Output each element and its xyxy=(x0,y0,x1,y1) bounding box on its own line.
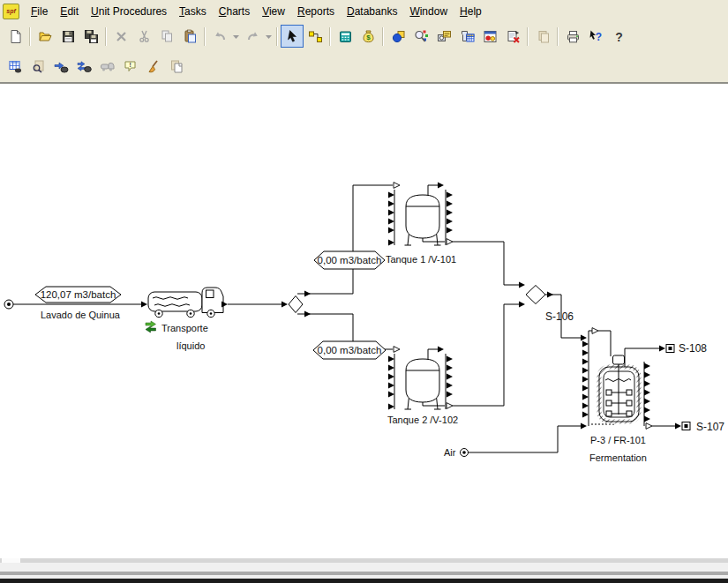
unit-procedure-data-button[interactable] xyxy=(432,25,455,48)
breakdown-button[interactable] xyxy=(387,25,409,48)
paste-button[interactable] xyxy=(178,25,201,48)
svg-text:0,00 m3/batch: 0,00 m3/batch xyxy=(318,345,382,355)
menu-window[interactable]: Window xyxy=(403,3,454,20)
two-arrows-vessel-icon xyxy=(77,59,92,74)
menu-charts[interactable]: Charts xyxy=(213,3,256,20)
stream-summary-table-button[interactable] xyxy=(4,55,26,78)
fermenter-operation-label: Fermentation xyxy=(589,452,647,463)
flowsheet-canvas[interactable]: 120,07 m3/batch 0,00 m3/batch 0,00 m3/ba… xyxy=(0,84,728,558)
copy-button[interactable] xyxy=(155,25,178,48)
svg-text:?: ? xyxy=(615,29,623,43)
toolbar-separator xyxy=(527,27,529,46)
menu-reports[interactable]: Reports xyxy=(291,3,341,20)
splitter-to-tank1-line[interactable] xyxy=(297,185,393,296)
s107-outlet-line[interactable] xyxy=(646,423,681,430)
splitter-icon[interactable] xyxy=(289,296,303,313)
undo-button[interactable] xyxy=(208,25,231,48)
tank2-stream-tag[interactable]: 0,00 m3/batch xyxy=(313,341,386,359)
find-object-button[interactable] xyxy=(409,25,432,48)
redo-dropdown-button[interactable] xyxy=(264,26,274,47)
s107-output-port[interactable] xyxy=(682,422,690,430)
feed-input-port[interactable] xyxy=(4,300,13,309)
new-document-button[interactable] xyxy=(4,25,26,48)
menu-bar: spf File Edit Unit Procedures Tasks Char… xyxy=(0,0,728,22)
s106-stream-label: S-106 xyxy=(545,310,574,323)
transport-truck-icon[interactable] xyxy=(148,288,223,318)
feed-stream-button[interactable] xyxy=(49,55,72,78)
context-help-button[interactable]: ? xyxy=(584,25,607,48)
s107-stream-label: S-107 xyxy=(696,421,724,433)
equipment-data-icon xyxy=(437,29,452,44)
transport-mode-icon xyxy=(146,321,156,333)
tank1-icon[interactable] xyxy=(388,183,453,246)
tank1-label: Tanque 1 /V-101 xyxy=(386,254,456,265)
context-help-icon: ? xyxy=(589,29,604,44)
svg-text:?: ? xyxy=(595,31,601,43)
svg-text:!: ! xyxy=(129,61,131,69)
preview-button[interactable] xyxy=(26,55,49,78)
menu-file[interactable]: File xyxy=(25,3,54,20)
open-button[interactable] xyxy=(34,25,56,48)
menu-tasks[interactable]: Tasks xyxy=(173,3,213,20)
print-button[interactable] xyxy=(561,25,584,48)
feed-stream-tag[interactable]: 120,07 m3/batch xyxy=(35,287,121,303)
secondary-toolbar: ! xyxy=(0,50,728,82)
magnifier-page-icon xyxy=(31,59,46,74)
tank2-outlet-line[interactable] xyxy=(453,302,525,406)
menu-view[interactable]: View xyxy=(256,3,291,20)
svg-text:120,07 m3/batch: 120,07 m3/batch xyxy=(41,289,116,300)
grayed-truck-icon xyxy=(100,59,115,74)
fermenter-icon[interactable] xyxy=(582,328,650,426)
tank1-stream-tag[interactable]: 0,00 m3/batch xyxy=(314,251,385,269)
save-all-button[interactable] xyxy=(79,25,102,48)
solve-button[interactable] xyxy=(334,25,356,48)
menu-help[interactable]: Help xyxy=(454,3,488,20)
transfer-stream-button[interactable] xyxy=(72,55,95,78)
spreadsheet-icon xyxy=(8,59,23,74)
chevron-down-icon xyxy=(232,33,240,41)
s108-stream-label: S-108 xyxy=(679,342,707,355)
air-feed-line[interactable] xyxy=(461,423,588,457)
paste-special-icon xyxy=(536,29,551,44)
spf-document-icon[interactable]: spf xyxy=(3,4,19,19)
menu-databanks[interactable]: Databanks xyxy=(341,3,403,20)
open-folder-icon xyxy=(38,29,53,44)
delete-button[interactable] xyxy=(109,25,132,48)
save-floppy-icon xyxy=(61,29,76,44)
tank2-label: Tanque 2 /V-102 xyxy=(387,415,458,425)
tank2-icon[interactable] xyxy=(388,347,453,410)
two-pages-icon xyxy=(169,59,184,74)
toolbar-separator xyxy=(204,27,206,46)
calculator-icon xyxy=(338,29,353,44)
save-button[interactable] xyxy=(56,25,79,48)
annotation-flag-button[interactable]: ! xyxy=(118,55,141,78)
cut-scissors-icon xyxy=(137,29,152,44)
menu-unit-procedures[interactable]: Unit Procedures xyxy=(85,3,173,20)
exclude-item-button[interactable] xyxy=(501,25,524,48)
toolbar-separator xyxy=(105,27,107,46)
tank-table-icon xyxy=(460,29,475,44)
undo-dropdown-button[interactable] xyxy=(231,26,241,47)
connect-streams-icon xyxy=(308,29,323,44)
mixer-icon[interactable] xyxy=(526,286,545,304)
economics-button[interactable]: $ xyxy=(356,25,379,48)
connect-mode-button[interactable] xyxy=(304,25,326,48)
cleanup-broom-button[interactable] xyxy=(141,55,164,78)
paste-clipboard-icon xyxy=(183,29,198,44)
s108-output-port[interactable] xyxy=(666,345,674,353)
transport-disabled-button[interactable] xyxy=(95,55,118,78)
undo-arrow-icon xyxy=(213,29,228,44)
help-button[interactable]: ? xyxy=(607,25,630,48)
redo-button[interactable] xyxy=(241,25,264,48)
duplicate-page-button[interactable] xyxy=(164,55,187,78)
splitter-inlet-line[interactable] xyxy=(221,302,288,308)
select-mode-button[interactable] xyxy=(281,25,304,48)
paste-special-button[interactable] xyxy=(531,25,554,48)
menu-edit[interactable]: Edit xyxy=(54,3,85,20)
magnifier-objects-icon xyxy=(414,29,429,44)
ingredients-table-button[interactable] xyxy=(455,25,478,48)
tank1-outlet-line[interactable] xyxy=(453,242,525,288)
cut-button[interactable] xyxy=(132,25,155,48)
error-report-button[interactable] xyxy=(478,25,501,48)
select-arrow-icon xyxy=(285,29,300,44)
